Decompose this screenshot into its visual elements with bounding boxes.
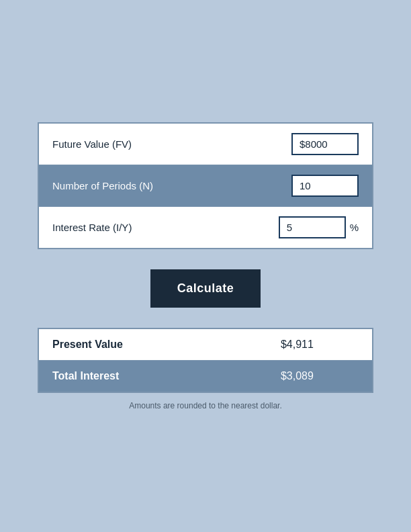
results-table: Present Value $4,911 Total Interest $3,0… xyxy=(38,328,373,393)
interest-rate-label: Interest Rate (I/Y) xyxy=(38,206,222,249)
input-table: Future Value (FV) Number of Periods (N) … xyxy=(38,122,373,249)
interest-rate-cell: % xyxy=(222,206,373,249)
interest-rate-input[interactable] xyxy=(279,216,346,238)
future-value-row: Future Value (FV) xyxy=(38,123,373,165)
periods-label: Number of Periods (N) xyxy=(38,165,222,206)
percent-symbol: % xyxy=(350,222,359,233)
periods-row: Number of Periods (N) xyxy=(38,165,373,206)
future-value-cell xyxy=(222,123,373,165)
calculate-button[interactable]: Calculate xyxy=(150,269,261,308)
total-interest-result: $3,089 xyxy=(222,360,373,392)
total-interest-label: Total Interest xyxy=(38,360,222,392)
periods-cell xyxy=(222,165,373,206)
disclaimer-text: Amounts are rounded to the nearest dolla… xyxy=(38,401,373,410)
interest-rate-row: Interest Rate (I/Y) % xyxy=(38,206,373,249)
page-container: Future Value (FV) Number of Periods (N) … xyxy=(24,109,387,424)
future-value-label: Future Value (FV) xyxy=(38,123,222,165)
present-value-row: Present Value $4,911 xyxy=(38,328,373,361)
future-value-input[interactable] xyxy=(291,133,359,155)
present-value-result: $4,911 xyxy=(222,328,373,361)
present-value-label: Present Value xyxy=(38,328,222,361)
periods-input[interactable] xyxy=(291,175,359,197)
button-section: Calculate xyxy=(38,269,373,308)
total-interest-row: Total Interest $3,089 xyxy=(38,360,373,392)
